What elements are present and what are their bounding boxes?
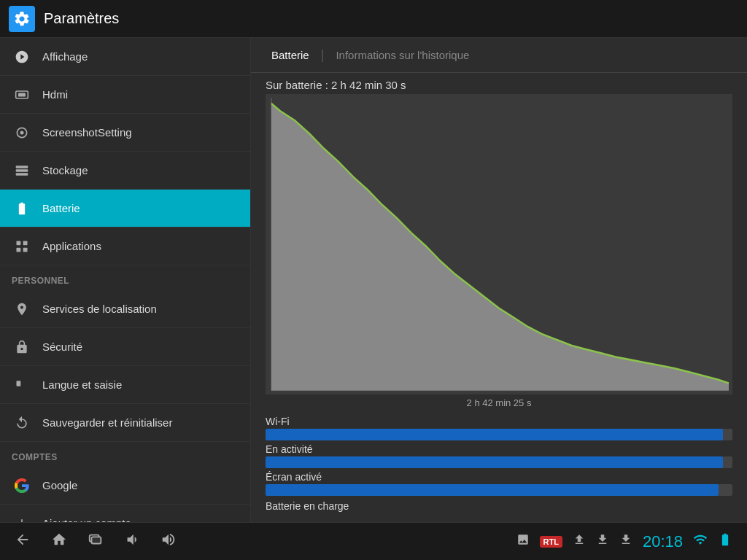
page-title: Paramètres	[44, 10, 119, 27]
nav-left	[15, 532, 177, 552]
storage-icon	[12, 160, 32, 181]
stat-bar-activite	[266, 456, 723, 468]
sidebar-label-sauvegarder: Sauvegarder et réinitialiser	[42, 416, 172, 429]
download-icon	[596, 533, 609, 550]
battery-chart-svg	[266, 94, 732, 394]
sidebar-item-sauvegarder[interactable]: Sauvegarder et réinitialiser	[0, 404, 250, 442]
sidebar-item-google[interactable]: Google	[0, 467, 250, 505]
svg-rect-4	[16, 166, 28, 168]
tab-historique[interactable]: Informations sur l'historique	[330, 38, 475, 72]
svg-rect-8	[23, 241, 28, 245]
stat-charge: Batterie en charge	[266, 499, 732, 513]
sidebar-label-ajouter: Ajouter un compte	[42, 517, 131, 522]
stat-bar-container-activite	[266, 456, 732, 468]
backup-icon	[12, 413, 32, 433]
sidebar-item-localisation[interactable]: Services de localisation	[0, 290, 250, 328]
svg-point-3	[20, 131, 24, 134]
upload-icon	[573, 533, 586, 550]
gallery-icon	[516, 533, 530, 550]
svg-rect-10	[23, 247, 28, 252]
language-icon: A	[12, 375, 32, 395]
sidebar-item-securite[interactable]: Sécurité	[0, 328, 250, 366]
battery-duration: Sur batterie : 2 h 42 min 30 s	[251, 73, 747, 94]
sidebar-item-hdmi[interactable]: Hdmi	[0, 76, 250, 114]
sidebar-item-ajouter[interactable]: Ajouter un compte	[0, 505, 250, 522]
tab-batterie[interactable]: Batterie	[266, 38, 315, 72]
display-icon	[12, 47, 32, 67]
sidebar-item-batterie[interactable]: Batterie	[0, 190, 250, 228]
stat-bar-container-wifi	[266, 429, 732, 440]
stat-label-wifi: Wi-Fi	[266, 416, 732, 427]
svg-rect-9	[17, 247, 21, 252]
sidebar-label-screenshot: ScreenshotSetting	[42, 126, 132, 139]
sidebar-label-affichage: Affichage	[42, 50, 88, 63]
vol-down-button[interactable]	[124, 532, 140, 552]
stat-label-charge: Batterie en charge	[266, 499, 732, 513]
section-header-personnel: PERSONNEL	[0, 265, 250, 290]
back-button[interactable]	[15, 532, 31, 552]
settings-icon	[13, 10, 31, 28]
screenshot-icon	[12, 122, 32, 143]
svg-rect-17	[92, 537, 101, 543]
clock-display: 20:18	[643, 532, 683, 551]
battery-stats: Wi-Fi En activité Écran activé Batterie …	[251, 413, 747, 522]
sidebar-label-langue: Langue et saisie	[42, 378, 122, 391]
clock: 20:18	[643, 532, 683, 551]
wifi-status-icon	[693, 532, 708, 551]
bottombar: RTL 20:18	[0, 522, 747, 560]
sidebar-item-stockage[interactable]: Stockage	[0, 152, 250, 190]
home-button[interactable]	[51, 532, 67, 552]
stat-bar-container-ecran	[266, 484, 732, 496]
sidebar-item-screenshot[interactable]: ScreenshotSetting	[0, 114, 250, 152]
rtl-badge: RTL	[540, 536, 562, 548]
svg-rect-5	[16, 169, 28, 171]
stat-bar-wifi	[266, 429, 723, 440]
stat-bar-ecran	[266, 484, 719, 496]
nav-right: RTL 20:18	[516, 532, 732, 551]
app-icon	[9, 6, 35, 32]
recents-button[interactable]	[88, 532, 104, 552]
sidebar: Affichage Hdmi ScreenshotSetting Stockag…	[0, 38, 251, 522]
section-header-comptes: COMPTES	[0, 442, 250, 467]
stat-ecran: Écran activé	[266, 471, 732, 496]
sidebar-label-applications: Applications	[42, 240, 101, 252]
stat-label-ecran: Écran activé	[266, 471, 732, 483]
svg-rect-1	[18, 93, 26, 96]
chart-time-label: 2 h 42 min 25 s	[251, 394, 747, 413]
stat-activite: En activité	[266, 443, 732, 468]
google-icon	[12, 475, 32, 496]
battery-icon	[12, 198, 32, 219]
battery-chart-container	[266, 94, 732, 394]
sidebar-label-batterie: Batterie	[42, 202, 80, 214]
sidebar-item-langue[interactable]: A Langue et saisie	[0, 366, 250, 404]
sidebar-label-stockage: Stockage	[42, 164, 88, 176]
download2-icon	[619, 533, 632, 550]
stat-wifi: Wi-Fi	[266, 416, 732, 440]
content-tabs: Batterie | Informations sur l'historique	[251, 38, 747, 73]
stat-label-activite: En activité	[266, 443, 732, 455]
sidebar-item-affichage[interactable]: Affichage	[0, 38, 250, 76]
main-layout: Affichage Hdmi ScreenshotSetting Stockag…	[0, 38, 747, 522]
apps-icon	[12, 236, 32, 257]
battery-status-icon	[718, 532, 732, 551]
sidebar-label-google: Google	[42, 479, 77, 491]
svg-rect-7	[17, 241, 21, 245]
hdmi-icon	[12, 85, 32, 105]
sidebar-item-applications[interactable]: Applications	[0, 228, 250, 265]
sidebar-label-hdmi: Hdmi	[42, 88, 68, 101]
add-account-icon	[12, 513, 32, 523]
sidebar-label-localisation: Services de localisation	[42, 303, 157, 315]
content-area: Batterie | Informations sur l'historique…	[251, 38, 747, 522]
sidebar-label-securite: Sécurité	[42, 341, 82, 353]
location-icon	[12, 299, 32, 319]
tab-divider: |	[321, 47, 325, 63]
svg-text:A: A	[17, 381, 20, 386]
vol-up-button[interactable]	[160, 532, 177, 552]
security-icon	[12, 337, 32, 357]
topbar: Paramètres	[0, 0, 747, 38]
svg-rect-6	[16, 173, 28, 175]
